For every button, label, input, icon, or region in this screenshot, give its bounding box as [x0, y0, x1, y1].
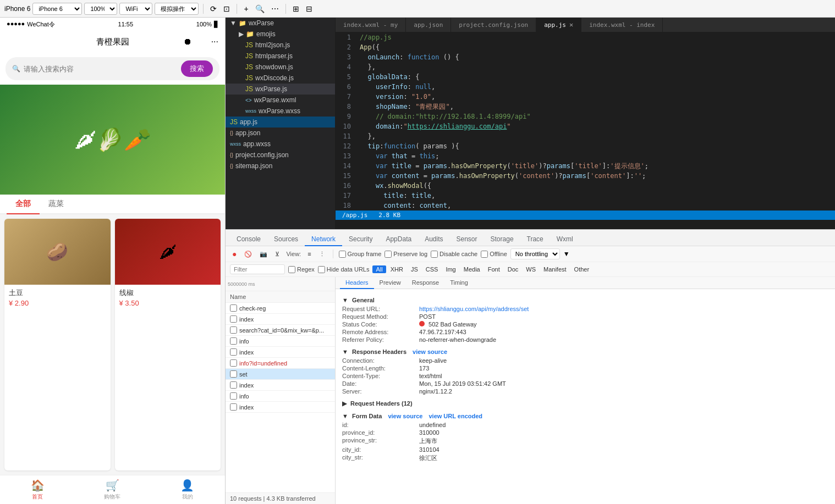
detail-tab-timing[interactable]: Timing [444, 277, 474, 289]
layout-icon[interactable]: ⊞ [290, 3, 301, 14]
tree-item-wxparse-wxml[interactable]: <> wxParse.wxml [226, 95, 335, 106]
disable-cache-checkbox[interactable] [431, 251, 438, 258]
product-card-potato[interactable]: 🥔 土豆 ¥ 2.90 [4, 219, 111, 470]
regex-checkbox-label[interactable]: Regex [288, 266, 315, 273]
search-icon[interactable]: 🔍 [253, 3, 267, 14]
network-item-checkbox-index-2[interactable] [230, 348, 237, 356]
stop-button[interactable]: 🚫 [242, 250, 254, 259]
tree-item-html2json[interactable]: JS html2json.js [226, 40, 335, 51]
editor-tab-indexwxml-index[interactable]: index.wxml - index [581, 18, 663, 32]
tree-item-htmlparser[interactable]: JS htmlparser.js [226, 51, 335, 62]
devtools-tab-storage[interactable]: Storage [484, 233, 520, 246]
form-data-collapse-icon[interactable]: ▼ [342, 413, 348, 419]
view-source-form-link[interactable]: view source [388, 413, 422, 419]
nav-item-home[interactable]: 🏠 首页 [0, 479, 75, 501]
filter-tag-js[interactable]: JS [408, 265, 421, 273]
network-item-info-2[interactable]: info [226, 391, 335, 402]
detail-tab-response[interactable]: Response [406, 277, 445, 289]
tree-item-appjs[interactable]: JS app.js [226, 117, 335, 128]
view-grid-button[interactable]: ⋮ [317, 250, 327, 259]
tree-item-wxdiscode[interactable]: JS wxDiscode.js [226, 73, 335, 84]
network-item-info-1[interactable]: info [226, 336, 335, 347]
network-select[interactable]: WiFi [119, 3, 152, 15]
network-item-info-undefined[interactable]: info?id=undefined [226, 358, 335, 369]
network-item-checkbox-index-3[interactable] [230, 381, 237, 389]
editor-tab-appjs[interactable]: app.js ✕ [536, 18, 581, 32]
fullscreen-icon[interactable]: ⊡ [221, 3, 232, 14]
tree-item-projectconfig[interactable]: {} project.config.json [226, 149, 335, 160]
network-item-checkbox-info-undef[interactable] [230, 359, 237, 367]
network-item-checkbox-index-1[interactable] [230, 315, 237, 323]
network-item-set[interactable]: set [226, 369, 335, 380]
split-icon[interactable]: ⊟ [304, 3, 315, 14]
camera-button[interactable]: 📷 [257, 250, 270, 259]
add-icon[interactable]: + [241, 3, 250, 14]
hide-data-checkbox[interactable] [318, 266, 325, 273]
devtools-tab-wxml[interactable]: Wxml [550, 233, 580, 246]
record-icon[interactable]: ⏺ [183, 37, 192, 47]
simulate-select[interactable]: 模拟操作 [155, 3, 199, 15]
preserve-log-checkbox[interactable] [384, 251, 392, 258]
devtools-tab-trace[interactable]: Trace [520, 233, 550, 246]
request-headers-collapse-icon[interactable]: ▶ [342, 400, 347, 407]
phone-search-button[interactable]: 搜索 [181, 60, 213, 77]
response-headers-collapse-icon[interactable]: ▼ [342, 348, 348, 355]
network-item-check-reg[interactable]: check-reg [226, 303, 335, 314]
tab-close-icon[interactable]: ✕ [569, 21, 573, 29]
devtools-tab-network[interactable]: Network [305, 233, 342, 246]
network-item-search[interactable]: search?cat_id=0&mix_kw=&p... [226, 325, 335, 336]
detail-tab-preview[interactable]: Preview [374, 277, 406, 289]
disable-cache-checkbox-label[interactable]: Disable cache [431, 251, 477, 258]
filter-tag-manifest[interactable]: Manifest [540, 265, 570, 273]
network-item-checkbox-info-1[interactable] [230, 337, 237, 345]
filter-input[interactable] [230, 264, 285, 274]
network-item-index-1[interactable]: index [226, 314, 335, 325]
tree-item-appjson[interactable]: {} app.json [226, 128, 335, 139]
devtools-tab-sensor[interactable]: Sensor [450, 233, 484, 246]
offline-checkbox[interactable] [481, 251, 488, 258]
filter-tag-font[interactable]: Font [485, 265, 503, 273]
product-card-pepper[interactable]: 🌶 线椒 ¥ 3.50 [115, 219, 221, 470]
view-url-encoded-link[interactable]: view URL encoded [429, 413, 482, 419]
tree-item-appwxss[interactable]: wxss app.wxss [226, 139, 335, 149]
filter-tag-css[interactable]: CSS [422, 265, 442, 273]
tree-item-wxparse-js[interactable]: JS wxParse.js [226, 84, 335, 95]
view-source-response-link[interactable]: view source [413, 348, 447, 355]
network-item-checkbox-info-2[interactable] [230, 392, 237, 400]
devtools-tab-console[interactable]: Console [230, 233, 267, 246]
network-item-checkbox-set[interactable] [230, 370, 237, 378]
zoom-select[interactable]: 100% [84, 3, 117, 15]
filter-tag-other[interactable]: Other [571, 265, 593, 273]
nav-item-profile[interactable]: 👤 我的 [150, 479, 225, 501]
filter-tag-img[interactable]: Img [442, 265, 459, 273]
filter-tag-doc[interactable]: Doc [504, 265, 522, 273]
preserve-log-checkbox-label[interactable]: Preserve log [384, 251, 427, 258]
editor-tab-projectconfig[interactable]: project.config.json [451, 18, 536, 32]
nav-item-cart[interactable]: 🛒 购物车 [75, 479, 150, 501]
network-item-checkbox-check-reg[interactable] [230, 304, 237, 312]
phone-search-input[interactable] [24, 65, 178, 73]
rotate-icon[interactable]: ⟳ [208, 3, 219, 14]
devtools-tab-security[interactable]: Security [342, 233, 379, 246]
editor-tab-appjson[interactable]: app.json [406, 18, 451, 32]
tree-item-showdown[interactable]: JS showdown.js [226, 62, 335, 73]
general-collapse-icon[interactable]: ▼ [342, 297, 348, 303]
editor-tab-indexwxml-my[interactable]: index.wxml - my [336, 18, 406, 32]
network-item-index-2[interactable]: index [226, 347, 335, 358]
devtools-tab-sources[interactable]: Sources [267, 233, 305, 246]
tree-root-wxparse[interactable]: ▼ 📁 wxParse [226, 18, 335, 29]
network-item-index-3[interactable]: index [226, 380, 335, 391]
filter-tag-media[interactable]: Media [460, 265, 484, 273]
network-item-checkbox-search[interactable] [230, 326, 237, 334]
device-select[interactable]: iPhone 6 [32, 3, 82, 15]
filter-tag-all[interactable]: All [372, 265, 386, 273]
devtools-tab-appdata[interactable]: AppData [379, 233, 418, 246]
category-tab-veg[interactable]: 蔬菜 [40, 195, 73, 214]
more-icon[interactable]: ⋯ [269, 3, 281, 14]
title-dots-icon[interactable]: ··· [211, 37, 218, 47]
filter-tag-ws[interactable]: WS [523, 265, 539, 273]
network-item-index-4[interactable]: index [226, 402, 335, 413]
devtools-tab-audits[interactable]: Audits [418, 233, 449, 246]
group-frame-checkbox-label[interactable]: Group frame [339, 251, 382, 258]
category-tab-all[interactable]: 全部 [7, 195, 40, 214]
